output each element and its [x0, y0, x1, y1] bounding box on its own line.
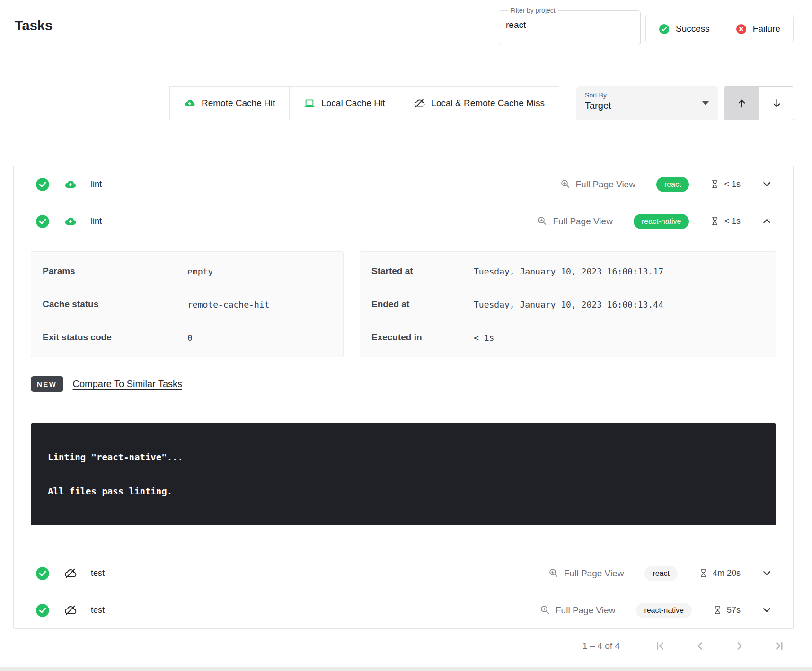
compare-to-similar-tasks-link[interactable]: Compare To Similar Tasks — [73, 379, 183, 389]
chevron-left-icon — [694, 640, 706, 652]
cache-miss-label: Local & Remote Cache Miss — [431, 98, 545, 108]
cache-status-label: Cache status — [43, 299, 187, 309]
task-target-name: test — [91, 605, 105, 615]
sort-descending-button[interactable] — [759, 87, 794, 120]
ended-at-row: Ended at Tuesday, January 10, 2023 16:00… — [360, 288, 776, 321]
project-pill[interactable]: react — [644, 566, 678, 581]
task-list: lint Full Page View react < 1s — [13, 166, 794, 629]
last-page-icon — [773, 640, 786, 652]
sort-ascending-button[interactable] — [724, 87, 759, 120]
task-timing-panel: Started at Tuesday, January 10, 2023 16:… — [360, 251, 776, 357]
sort-direction-group — [724, 86, 794, 120]
chevron-up-icon — [761, 216, 772, 227]
task-duration-value: < 1s — [724, 179, 741, 189]
full-page-view-link[interactable]: Full Page View — [540, 605, 615, 616]
compare-tasks-row: NEW Compare To Similar Tasks — [31, 376, 776, 392]
sort-by-select[interactable]: Sort By Target — [576, 86, 718, 120]
hourglass-icon — [698, 568, 708, 579]
chevron-down-icon — [761, 605, 772, 616]
full-page-view-link[interactable]: Full Page View — [537, 216, 612, 227]
zoom-in-icon — [560, 179, 571, 190]
bottom-scrollbar-strip — [0, 667, 812, 671]
status-filter-group: Success Failure — [645, 15, 794, 43]
full-page-view-label: Full Page View — [556, 605, 615, 616]
success-status-icon — [35, 603, 50, 618]
success-filter-button[interactable]: Success — [646, 15, 723, 43]
zoom-in-icon — [537, 216, 548, 227]
task-details: Params empty Cache status remote-cache-h… — [14, 239, 793, 357]
project-pill[interactable]: react — [656, 177, 689, 192]
task-duration: < 1s — [710, 179, 741, 190]
project-filter-input[interactable] — [506, 20, 634, 30]
project-pill[interactable]: react-native — [636, 603, 692, 618]
executed-in-row: Executed in < 1s — [360, 321, 776, 354]
cache-filter-group: Remote Cache Hit Local Cache Hit Local &… — [169, 86, 559, 120]
success-status-icon — [35, 566, 50, 581]
remote-cache-hit-filter-button[interactable]: Remote Cache Hit — [169, 86, 290, 120]
task-duration-value: 4m 20s — [713, 568, 741, 578]
arrow-down-icon — [771, 97, 783, 109]
task-row-header[interactable]: test Full Page View react-native 57s — [14, 592, 793, 628]
failure-filter-button[interactable]: Failure — [723, 15, 793, 43]
task-row-header[interactable]: lint Full Page View react < 1s — [14, 166, 793, 203]
full-page-view-label: Full Page View — [564, 568, 624, 579]
next-page-button[interactable] — [733, 640, 746, 652]
success-check-icon — [659, 24, 670, 35]
cache-miss-icon — [64, 567, 77, 580]
failure-x-icon — [736, 24, 747, 35]
cloud-slash-icon — [414, 97, 425, 109]
first-page-button[interactable] — [654, 640, 666, 652]
page-title: Tasks — [15, 18, 53, 34]
failure-filter-label: Failure — [753, 24, 780, 34]
local-cache-hit-label: Local Cache Hit — [321, 98, 385, 108]
full-page-view-link[interactable]: Full Page View — [548, 568, 624, 579]
exit-code-value: 0 — [187, 333, 332, 343]
collapse-row-button[interactable] — [761, 216, 772, 227]
terminal-output: Linting "react-native"... All files pass… — [31, 423, 776, 525]
arrow-up-icon — [736, 97, 748, 109]
sort-by-label: Sort By — [585, 91, 710, 99]
params-label: Params — [43, 266, 187, 276]
sort-by-value: Target — [585, 100, 710, 111]
task-meta-panel: Params empty Cache status remote-cache-h… — [31, 251, 344, 357]
cache-miss-icon — [64, 604, 77, 617]
executed-in-label: Executed in — [371, 332, 474, 343]
laptop-icon — [304, 97, 315, 109]
remote-cache-hit-label: Remote Cache Hit — [202, 98, 275, 108]
chevron-down-icon — [761, 179, 772, 190]
hourglass-icon — [713, 605, 723, 616]
caret-down-icon — [702, 101, 709, 105]
expand-row-button[interactable] — [761, 605, 772, 616]
full-page-view-link[interactable]: Full Page View — [560, 179, 635, 190]
exit-code-row: Exit status code 0 — [31, 321, 343, 354]
cache-status-row: Cache status remote-cache-hit — [31, 288, 343, 321]
expand-row-button[interactable] — [761, 568, 772, 579]
full-page-view-label: Full Page View — [576, 179, 635, 190]
task-duration-value: < 1s — [724, 216, 741, 226]
task-row-test-react-native: test Full Page View react-native 57s — [14, 592, 793, 628]
new-badge: NEW — [31, 376, 63, 392]
remote-cache-hit-icon — [64, 215, 77, 228]
project-filter-label: Filter by project — [508, 7, 558, 14]
last-page-button[interactable] — [773, 640, 786, 652]
pagination: 1 – 4 of 4 — [583, 640, 786, 652]
project-filter-field[interactable]: Filter by project — [499, 7, 641, 45]
cache-miss-filter-button[interactable]: Local & Remote Cache Miss — [399, 86, 559, 120]
params-value: empty — [187, 266, 332, 276]
expand-row-button[interactable] — [761, 179, 772, 190]
local-cache-hit-filter-button[interactable]: Local Cache Hit — [289, 86, 399, 120]
executed-in-value: < 1s — [474, 333, 764, 343]
task-row-header[interactable]: lint Full Page View react-native < 1s — [14, 203, 793, 239]
success-filter-label: Success — [676, 24, 710, 34]
task-target-name: lint — [91, 216, 102, 226]
previous-page-button[interactable] — [694, 640, 706, 652]
task-row-header[interactable]: test Full Page View react 4m 20s — [14, 555, 793, 592]
cloud-download-icon — [184, 97, 195, 109]
zoom-in-icon — [540, 605, 551, 616]
task-target-name: lint — [91, 179, 102, 189]
hourglass-icon — [710, 216, 720, 227]
ended-at-label: Ended at — [371, 299, 474, 309]
chevron-right-icon — [733, 640, 746, 652]
started-at-row: Started at Tuesday, January 10, 2023 16:… — [360, 255, 776, 288]
project-pill[interactable]: react-native — [634, 214, 689, 229]
